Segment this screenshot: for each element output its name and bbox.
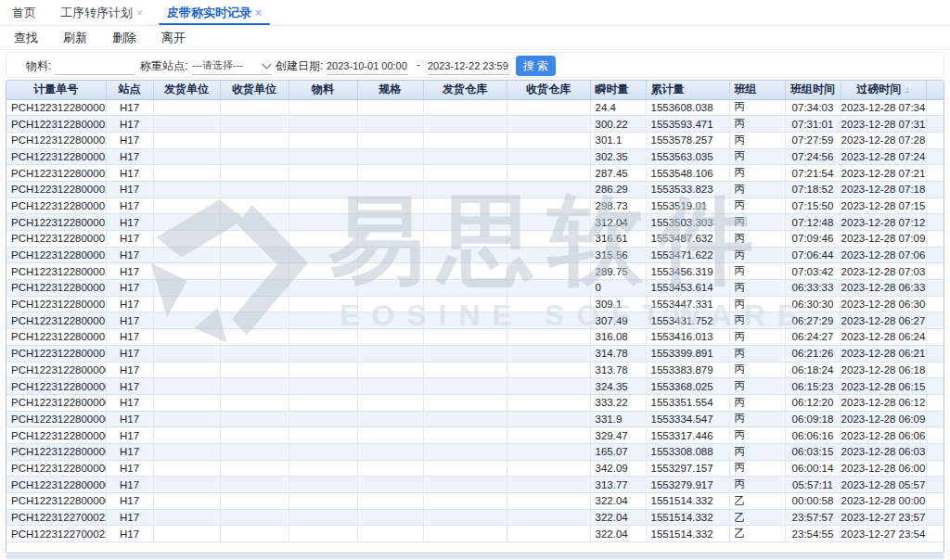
tab-home[interactable]: 首页 (0, 0, 48, 25)
close-icon[interactable]: × (255, 7, 262, 19)
delete-button[interactable]: 删除 (112, 30, 136, 46)
table-row[interactable]: PCH12231228000021H17287.451553548.106丙07… (6, 165, 944, 182)
column-header-material[interactable]: 物料 (289, 81, 357, 99)
cell-bill_no: PCH12231228000011 (6, 329, 106, 346)
table-row[interactable]: PCH12231228000024H17300.221553593.471丙07… (6, 116, 944, 133)
table-row[interactable]: PCH12231228000011H17316.081553416.013丙06… (6, 329, 944, 346)
column-header-spec[interactable]: 规格 (357, 81, 423, 99)
cell-shift: 丙 (729, 477, 785, 493)
cell-recv_warehouse (507, 247, 590, 263)
column-header-shift_time[interactable]: 班组时间 (785, 81, 841, 99)
leave-button[interactable]: 离开 (161, 30, 186, 46)
cell-spacer (926, 165, 944, 182)
table-row[interactable]: PCH12231228000007H17333.221553351.554丙06… (6, 394, 944, 411)
tab-belt-scale-records[interactable]: 皮带称实时记录 × (155, 0, 274, 25)
column-header-ship_unit[interactable]: 发货单位 (153, 81, 220, 99)
table-row[interactable]: PCH12231228000022H17302.351553563.035丙07… (6, 148, 944, 165)
cell-bill_no: PCH12231228000007 (6, 394, 106, 411)
material-input[interactable] (55, 57, 135, 75)
table-row[interactable]: PCH12231228000025H1724.41553608.038丙07:3… (6, 99, 944, 116)
column-header-ship_warehouse[interactable]: 发货仓库 (423, 81, 507, 99)
table-row[interactable]: PCH12231228000023H17301.11553578.257丙07:… (6, 132, 944, 148)
app-window: 首页 工序转序计划 × 皮带称实时记录 × 查找 刷新 删除 离开 物料: 称重… (0, 0, 950, 560)
column-header-weigh_time[interactable]: 过磅时间↓ (841, 81, 926, 99)
table-row[interactable]: PCH12231228000009H17313.781553383.879丙06… (6, 362, 944, 378)
sort-desc-icon: ↓ (905, 83, 910, 95)
cell-instant_qty: 322.04 (590, 493, 646, 510)
table-row[interactable]: PCH12231228000019H17298.731553519.01丙07:… (6, 197, 944, 214)
cell-shift_time: 07:24:56 (785, 148, 841, 165)
cell-weigh_time: 2023-12-28 05:57 (841, 477, 926, 493)
table-row[interactable]: PCH12231228000017H17316.611553487.632丙07… (6, 231, 944, 248)
table-row[interactable]: PCH12231228000001H17322.041551514.332乙00… (6, 493, 944, 510)
table-row[interactable]: PCH12231228000018H17312.041553503.303丙07… (6, 214, 944, 231)
column-header-bill_no[interactable]: 计量单号 (6, 81, 106, 99)
cell-shift_time: 07:34:03 (785, 99, 841, 116)
table-row[interactable]: PCH12231228000016H17315.561553471.622丙07… (6, 247, 944, 263)
cell-spacer (926, 181, 944, 197)
table-row[interactable]: PCH12231227000222H17322.041551514.332乙23… (6, 526, 944, 542)
cell-spacer (926, 509, 944, 526)
cell-spacer (926, 443, 944, 460)
cell-shift: 丙 (729, 362, 785, 378)
table-body: PCH12231228000025H1724.41553608.038丙07:3… (6, 99, 944, 542)
column-header-instant_qty[interactable]: 瞬时量 (590, 81, 646, 99)
cell-spec (357, 526, 423, 542)
cell-shift_time: 06:03:15 (785, 443, 841, 460)
column-header-spacer[interactable] (926, 81, 944, 99)
table-row[interactable]: PCH12231228000020H17286.291553533.823丙07… (6, 181, 944, 197)
search-button[interactable]: 搜 索 (516, 56, 556, 76)
table-row[interactable]: PCH12231228000010H17314.781553399.891丙06… (6, 345, 944, 362)
cell-ship_unit (153, 509, 220, 526)
cell-weigh_time: 2023-12-28 06:18 (841, 362, 926, 378)
column-header-recv_unit[interactable]: 收货单位 (220, 81, 289, 99)
table-row[interactable]: PCH12231228000014H1701553453.614丙06:33:3… (6, 280, 944, 297)
table-row[interactable]: PCH12231228000002H17313.771553279.917丙05… (6, 477, 944, 493)
table-row[interactable]: PCH12231228000012H17307.491553431.752丙06… (6, 312, 944, 329)
cell-total_qty: 1553548.106 (646, 165, 729, 182)
cell-instant_qty: 298.73 (590, 197, 646, 214)
date-to-input[interactable] (428, 57, 509, 75)
cell-material (289, 427, 357, 444)
cell-bill_no: PCH12231228000019 (6, 197, 106, 214)
table-row[interactable]: PCH12231228000008H17324.351553368.025丙06… (6, 378, 944, 395)
cell-material (289, 411, 357, 427)
column-header-recv_warehouse[interactable]: 收货仓库 (507, 81, 590, 99)
horizontal-scrollbar[interactable] (6, 554, 944, 559)
column-header-station[interactable]: 站点 (106, 81, 153, 99)
tab-process-transfer-plan[interactable]: 工序转序计划 × (48, 0, 155, 25)
cell-shift_time: 06:15:23 (785, 378, 841, 395)
cell-material (289, 197, 357, 214)
date-from-input[interactable] (327, 57, 408, 75)
cell-weigh_time: 2023-12-27 23:54 (841, 526, 926, 542)
table-row[interactable]: PCH12231227000223H17322.041551514.332乙23… (6, 509, 944, 526)
cell-recv_unit (220, 116, 289, 133)
station-select[interactable]: ---请选择--- (192, 57, 272, 75)
cell-recv_warehouse (507, 394, 590, 411)
table-row[interactable]: PCH12231228000015H17289.751553456.319丙07… (6, 263, 944, 280)
table-row[interactable]: PCH12231228000013H17309.11553447.331丙06:… (6, 296, 944, 312)
column-header-shift[interactable]: 班组 (729, 81, 785, 99)
table-row[interactable]: PCH12231228000005H17329.471553317.446丙06… (6, 427, 944, 444)
cell-material (289, 165, 357, 182)
cell-recv_unit (220, 411, 289, 427)
cell-ship_warehouse (423, 263, 507, 280)
cell-ship_warehouse (423, 181, 507, 197)
cell-shift_time: 06:18:24 (785, 362, 841, 378)
cell-ship_unit (153, 181, 220, 197)
cell-ship_unit (153, 477, 220, 493)
cell-station: H17 (106, 378, 153, 395)
table-row[interactable]: PCH12231228000006H17331.91553334.547丙06:… (6, 411, 944, 427)
cell-shift_time: 00:00:58 (785, 493, 841, 510)
table-row[interactable]: PCH12231228000004H17165.071553308.088丙06… (6, 443, 944, 460)
column-header-total_qty[interactable]: 累计量 (646, 81, 729, 99)
cell-ship_warehouse (423, 312, 507, 329)
table-row[interactable]: PCH12231228000003H17342.091553297.157丙06… (6, 460, 944, 477)
refresh-button[interactable]: 刷新 (63, 30, 87, 46)
cell-shift_time: 06:09:18 (785, 411, 841, 427)
cell-instant_qty: 324.35 (590, 378, 646, 395)
cell-spacer (926, 345, 944, 362)
close-icon[interactable]: × (136, 7, 143, 19)
find-button[interactable]: 查找 (14, 30, 38, 46)
cell-recv_warehouse (507, 312, 590, 329)
